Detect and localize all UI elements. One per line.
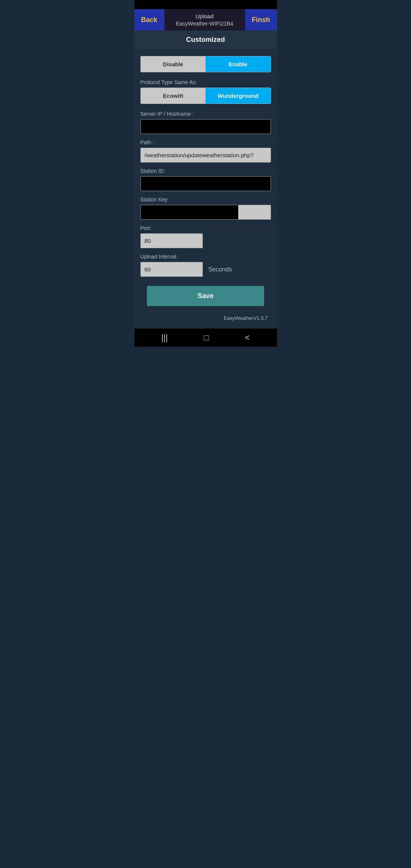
- path-input[interactable]: [140, 148, 271, 163]
- seconds-label: Seconds: [208, 266, 232, 273]
- upload-interval-input[interactable]: [140, 262, 203, 277]
- port-label: Port:: [140, 225, 271, 231]
- station-id-label: Station ID:: [140, 168, 271, 174]
- nav-title-main: Upload: [196, 12, 214, 20]
- wunderground-button[interactable]: Wunderground: [206, 88, 271, 104]
- back-button[interactable]: Back: [134, 9, 164, 30]
- path-label: Path :: [140, 139, 271, 145]
- section-header: Customized: [134, 30, 277, 49]
- enable-button[interactable]: Enable: [206, 56, 271, 72]
- top-nav: Back Upload EasyWeather-WIFI21B4 Finsh: [134, 9, 277, 30]
- enable-disable-toggle: Disable Enable: [140, 56, 271, 72]
- interval-row: Seconds: [140, 262, 271, 277]
- home-icon[interactable]: □: [204, 333, 209, 343]
- port-input[interactable]: [140, 233, 203, 248]
- upload-interval-label: Upload Interval:: [140, 254, 271, 260]
- disable-button[interactable]: Disable: [141, 56, 206, 72]
- version-text: EasyWeatherV1.5.7: [140, 315, 271, 321]
- back-nav-icon[interactable]: <: [245, 333, 250, 343]
- save-button[interactable]: Save: [147, 286, 264, 306]
- protocol-toggle: Ecowitt Wunderground: [140, 88, 271, 104]
- status-bar: [134, 0, 277, 9]
- station-key-label: Station Key:: [140, 196, 271, 203]
- recent-apps-icon[interactable]: |||: [161, 333, 168, 343]
- station-key-input[interactable]: [140, 205, 271, 220]
- station-id-input[interactable]: [140, 176, 271, 191]
- server-ip-input[interactable]: [140, 119, 271, 134]
- finish-button[interactable]: Finsh: [245, 9, 277, 30]
- protocol-type-label: Protocol Type Same As:: [140, 79, 271, 85]
- main-content: Customized Disable Enable Protocol Type …: [134, 30, 277, 329]
- nav-title: Upload EasyWeather-WIFI21B4: [164, 9, 245, 30]
- nav-title-sub: EasyWeather-WIFI21B4: [176, 20, 233, 28]
- server-ip-label: Server IP / Hostname :: [140, 111, 271, 117]
- bottom-nav: ||| □ <: [134, 329, 277, 347]
- ecowitt-button[interactable]: Ecowitt: [141, 88, 206, 104]
